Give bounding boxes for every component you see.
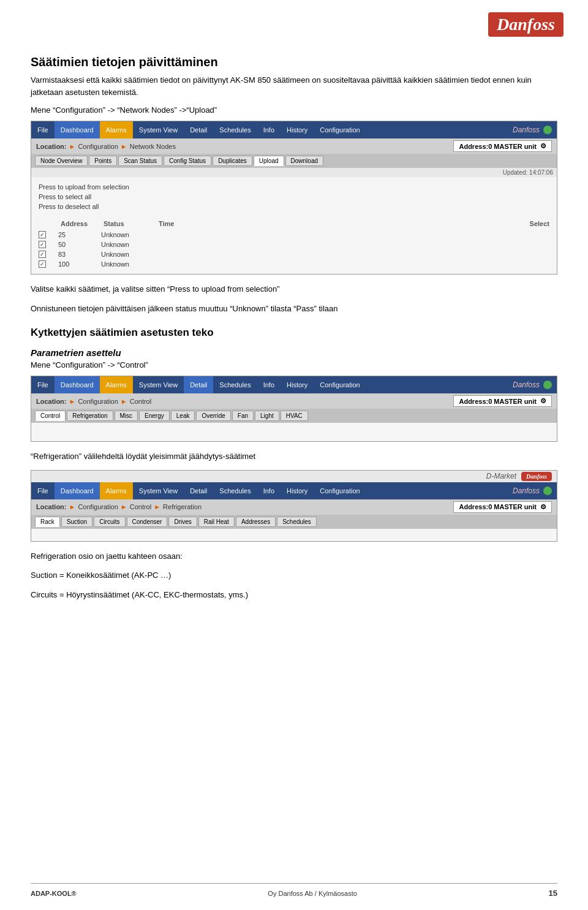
nav2-history[interactable]: History — [281, 376, 314, 393]
checkbox-2[interactable]: ✓ — [39, 251, 46, 258]
nav-detail[interactable]: Detail — [184, 121, 213, 138]
updated-text-1: Updated: 14:07:06 — [31, 168, 557, 177]
section3-instruction: Mene “Configuration” -> “Control” — [31, 360, 557, 370]
tab2-misc[interactable]: Misc — [115, 411, 138, 421]
footer-left: ADAP-KOOL® — [31, 890, 77, 897]
tab-duplicates[interactable]: Duplicates — [213, 156, 252, 166]
tab2-leak[interactable]: Leak — [171, 411, 195, 421]
upload-line1: Press to upload from selection — [39, 182, 549, 192]
nav-bar-1: File Dashboard Alarms System View Detail… — [31, 121, 557, 138]
nav3-detail[interactable]: Detail — [184, 482, 213, 499]
location-left-1: Location: ► Configuration ► Network Node… — [36, 143, 176, 150]
nav3-configuration[interactable]: Configuration — [314, 482, 366, 499]
location-path1-3: Configuration — [78, 503, 118, 510]
main-title: Säätimien tietojen päivittäminen — [31, 55, 557, 69]
nav2-file[interactable]: File — [31, 376, 55, 393]
tab2-control[interactable]: Control — [35, 411, 66, 421]
location-left-2: Location: ► Configuration ► Control — [36, 398, 151, 405]
ss-content-1: Press to upload from selection Press to … — [31, 177, 557, 274]
upload-line2: Press to select all — [39, 192, 549, 202]
tab3-schedules[interactable]: Schedules — [277, 517, 317, 527]
location-path1-2: Configuration — [78, 398, 118, 405]
tab-download[interactable]: Download — [285, 156, 323, 166]
note-bottom-3: Circuits = Höyrystinsäätimet (AK-CC, EKC… — [31, 589, 557, 601]
nav3-systemview[interactable]: System View — [133, 482, 184, 499]
nav-bar-2: File Dashboard Alarms System View Detail… — [31, 376, 557, 393]
location-path2-1: Network Nodes — [130, 143, 176, 150]
logo-text: Danfoss — [488, 12, 564, 37]
nav2-schedules[interactable]: Schedules — [213, 376, 257, 393]
nav2-status-dot — [543, 381, 552, 389]
nav3-history[interactable]: History — [281, 482, 314, 499]
tab-config-status[interactable]: Config Status — [164, 156, 211, 166]
screenshot-refrigeration: D-Market Danfoss File Dashboard Alarms S… — [31, 470, 557, 542]
screenshot-control: File Dashboard Alarms System View Detail… — [31, 376, 557, 442]
section1-instruction: Mene “Configuration” -> “Network Nodes” … — [31, 105, 557, 115]
tab2-fan[interactable]: Fan — [232, 411, 254, 421]
table-header: Address Status Time Select — [39, 219, 549, 229]
nav2-info[interactable]: Info — [257, 376, 281, 393]
tab3-suction[interactable]: Suction — [61, 517, 92, 527]
dmarket-text: D-Market — [486, 472, 516, 480]
nav3-danfoss-logo: Danfoss — [513, 487, 540, 495]
tab3-circuits[interactable]: Circuits — [94, 517, 125, 527]
tab2-override[interactable]: Override — [196, 411, 230, 421]
location-bar-3: Location: ► Configuration ► Control ► Re… — [31, 499, 557, 515]
tab3-addresses[interactable]: Addresses — [236, 517, 276, 527]
nav2-dashboard[interactable]: Dashboard — [55, 376, 100, 393]
upload-line3: Press to deselect all — [39, 202, 549, 211]
nav2-detail[interactable]: Detail — [184, 376, 213, 393]
nav2-systemview[interactable]: System View — [133, 376, 184, 393]
nav-bar-3: File Dashboard Alarms System View Detail… — [31, 482, 557, 499]
tab3-drives[interactable]: Drives — [168, 517, 197, 527]
tab2-refrigeration[interactable]: Refrigeration — [67, 411, 113, 421]
nav3-schedules[interactable]: Schedules — [213, 482, 257, 499]
section2-title: Kytkettyjen säätimien asetusten teko — [31, 327, 557, 339]
checkbox-1[interactable]: ✓ — [39, 241, 46, 248]
location-path3-3: Refrigeration — [163, 503, 202, 510]
nav3-info[interactable]: Info — [257, 482, 281, 499]
intro-text: Varmistaaksesi että kaikki säätimien tie… — [31, 74, 557, 98]
nav-status-dot — [543, 126, 552, 134]
address-box-3: Address:0 MASTER unit ⚙ — [453, 501, 552, 513]
table-row: ✓ 25 Unknown — [39, 230, 549, 240]
nav-alarms[interactable]: Alarms — [100, 121, 133, 138]
dmarket-header: D-Market Danfoss — [31, 471, 557, 482]
address-text-1: Address:0 MASTER unit — [459, 143, 537, 150]
tab2-energy[interactable]: Energy — [139, 411, 170, 421]
tab-upload[interactable]: Upload — [254, 156, 284, 166]
tab3-railheat[interactable]: Rail Heat — [198, 517, 235, 527]
nav2-alarms[interactable]: Alarms — [100, 376, 133, 393]
nav-history[interactable]: History — [281, 121, 314, 138]
table-row: ✓ 50 Unknown — [39, 240, 549, 249]
note-bottom-1: Refrigeration osio on jaettu kahteen osa… — [31, 550, 557, 563]
tab2-light[interactable]: Light — [255, 411, 279, 421]
location-label-3: Location: — [36, 503, 67, 510]
nav3-alarms[interactable]: Alarms — [100, 482, 133, 499]
tab2-hvac[interactable]: HVAC — [281, 411, 308, 421]
nav-dashboard[interactable]: Dashboard — [55, 121, 100, 138]
tab3-rack[interactable]: Rack — [35, 517, 60, 527]
nav-configuration[interactable]: Configuration — [314, 121, 366, 138]
tab3-condenser[interactable]: Condenser — [127, 517, 168, 527]
nav-info[interactable]: Info — [257, 121, 281, 138]
nav-schedules[interactable]: Schedules — [213, 121, 257, 138]
tab-node-overview[interactable]: Node Overview — [35, 156, 88, 166]
nav-systemview[interactable]: System View — [133, 121, 184, 138]
page-footer: ADAP-KOOL® Oy Danfoss Ab / Kylmäosasto 1… — [31, 883, 557, 898]
checkbox-0[interactable]: ✓ — [39, 231, 46, 238]
tab-scan-status[interactable]: Scan Status — [118, 156, 162, 166]
nav3-dashboard[interactable]: Dashboard — [55, 482, 100, 499]
ss-content-2 — [31, 423, 557, 441]
location-path2-3: Control — [130, 503, 151, 510]
danfoss-logo-top: Danfoss — [488, 12, 564, 37]
nav-danfoss-logo: Danfoss — [513, 126, 540, 134]
footer-center: Oy Danfoss Ab / Kylmäosasto — [268, 890, 357, 897]
nav3-file[interactable]: File — [31, 482, 55, 499]
footer-right: 15 — [549, 889, 557, 898]
nav2-configuration[interactable]: Configuration — [314, 376, 366, 393]
tab-points[interactable]: Points — [89, 156, 117, 166]
nav3-status-dot — [543, 487, 552, 495]
checkbox-3[interactable]: ✓ — [39, 260, 46, 268]
nav-file[interactable]: File — [31, 121, 55, 138]
